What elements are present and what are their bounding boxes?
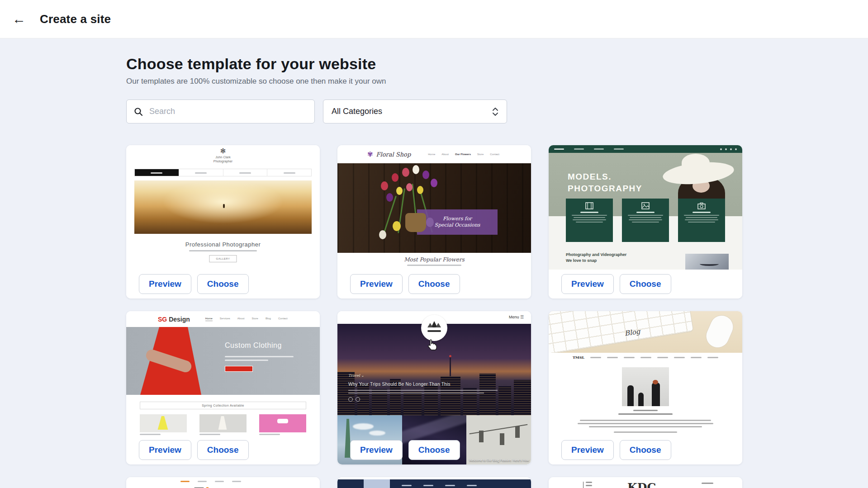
top-bar: ← Create a site <box>0 0 868 38</box>
back-button[interactable]: ← <box>9 9 29 29</box>
template-card-partial-right: KDC <box>549 477 742 488</box>
computer-mouse-shape <box>702 312 737 352</box>
category-select-value: All Categories <box>332 107 382 116</box>
template-thumbnail-partial-right[interactable]: KDC <box>549 477 742 488</box>
ski-lift-sketch: Welcome to Our Blog Feature. Here's How <box>466 415 531 464</box>
flower-logo-icon: ✾ <box>367 150 373 158</box>
tulip-bouquet-image: Flowers for Special Occasions <box>337 163 531 253</box>
preview-button[interactable]: Preview <box>561 274 614 294</box>
preview-button[interactable]: Preview <box>561 440 614 460</box>
mini-hero-title: Why Your Trips Should Be No Longer Than … <box>348 382 451 387</box>
choose-button[interactable]: Choose <box>620 440 671 460</box>
search-icon <box>134 107 143 116</box>
template-thumbnail-floral-shop[interactable]: ✾ Floral Shop Home About Our Flowers Sto… <box>337 145 531 270</box>
template-card-blog: Blog TMSL <box>549 311 742 464</box>
filter-controls: All Categories <box>126 99 742 123</box>
mini-hero-overlay: Flowers for Special Occasions <box>417 209 498 235</box>
sunset-field-image <box>134 180 312 234</box>
mini-brand: KDC <box>627 481 656 488</box>
template-logo-role: Photographer <box>126 159 320 163</box>
social-icons <box>720 148 737 150</box>
film-icon <box>585 202 593 209</box>
mini-heading: Professional Photographer <box>126 241 320 248</box>
mini-nav: Home About Our Flowers Store Contact <box>428 153 499 156</box>
template-thumbnail-blog[interactable]: Blog TMSL <box>549 311 742 436</box>
page-subtitle: Our templates are 100% customizable so c… <box>126 77 742 86</box>
search-input[interactable] <box>149 107 307 116</box>
template-grid: ✻ John Clark Photographer Professional P… <box>126 145 742 488</box>
template-thumbnail-models-photography[interactable]: MODELS. PHOTOGRAPHY <box>549 145 742 270</box>
template-card-partial-left <box>126 477 320 488</box>
camera-icon <box>697 202 706 209</box>
carousel-arrows <box>348 397 360 402</box>
mini-red-button <box>225 366 253 372</box>
dress-collection-photo <box>199 414 247 432</box>
preview-button[interactable]: Preview <box>350 440 403 460</box>
search-box[interactable] <box>126 99 315 123</box>
image-icon <box>641 202 650 209</box>
template-thumbnail-partial-middle[interactable] <box>337 477 531 488</box>
choose-button[interactable]: Choose <box>197 440 249 460</box>
chevron-up-down-icon <box>492 107 498 116</box>
choose-button[interactable]: Choose <box>197 274 249 294</box>
preview-button[interactable]: Preview <box>139 440 191 460</box>
keyboard-desk-image: Blog <box>549 311 742 353</box>
mini-banner: Spring Collection Available <box>140 402 306 409</box>
mouse-cursor-icon <box>426 339 437 351</box>
template-card-floral-shop: ✾ Floral Shop Home About Our Flowers Sto… <box>337 145 531 298</box>
mini-section-title: Most Popular Flowers <box>337 256 531 263</box>
choose-button[interactable]: Choose <box>408 440 460 460</box>
template-thumbnail-partial-left[interactable] <box>126 477 320 488</box>
mini-nav <box>337 479 531 488</box>
page-title: Choose template for your website <box>126 55 742 73</box>
mini-nav: Home Services About Store Blog Contact <box>205 317 288 321</box>
choose-button[interactable]: Choose <box>620 274 671 294</box>
mountain-logo-badge <box>421 315 447 341</box>
template-logo-name: John Clark <box>126 155 320 159</box>
mini-gallery-button: GALLERY <box>209 255 237 262</box>
template-card-models-photography: MODELS. PHOTOGRAPHY <box>549 145 742 298</box>
mountain-icon <box>427 320 441 327</box>
preview-button[interactable]: Preview <box>350 274 403 294</box>
template-card-photographer: ✻ John Clark Photographer Professional P… <box>126 145 320 298</box>
swim-collection-photo <box>259 414 306 432</box>
template-thumbnail-photographer[interactable]: ✻ John Clark Photographer Professional P… <box>126 145 320 270</box>
dress-collection-photo <box>140 414 187 432</box>
category-select[interactable]: All Categories <box>323 99 507 123</box>
camera-shutter-icon: ✻ <box>220 147 226 155</box>
mini-nav <box>549 145 742 153</box>
mini-menu-label: Menu ☰ <box>509 315 524 319</box>
red-dress-image: Custom Clothing <box>126 327 320 395</box>
template-card-partial-middle <box>337 477 531 488</box>
choose-button[interactable]: Choose <box>408 274 460 294</box>
videography-tile <box>566 199 613 242</box>
salon-photo <box>622 367 669 406</box>
mini-nav: TMSL <box>549 353 742 362</box>
template-thumbnail-travel-blog[interactable]: Menu ☰ Travel ⌄ Why Your Trips <box>337 311 531 464</box>
mini-thumb-caption: Welcome to Our Blog Feature. Here's How <box>469 459 529 462</box>
template-card-sg-design: SG Design Home Services About Store Blog… <box>126 311 320 464</box>
mini-brand: Floral Shop <box>376 151 411 158</box>
mini-nav <box>134 169 312 176</box>
template-thumbnail-sg-design[interactable]: SG Design Home Services About Store Blog… <box>126 311 320 436</box>
template-card-travel-blog: Menu ☰ Travel ⌄ Why Your Trips <box>337 311 531 464</box>
photography-tile <box>678 199 725 242</box>
preview-button[interactable]: Preview <box>139 274 191 294</box>
images-tile <box>622 199 669 242</box>
window-title: Create a site <box>40 12 111 26</box>
